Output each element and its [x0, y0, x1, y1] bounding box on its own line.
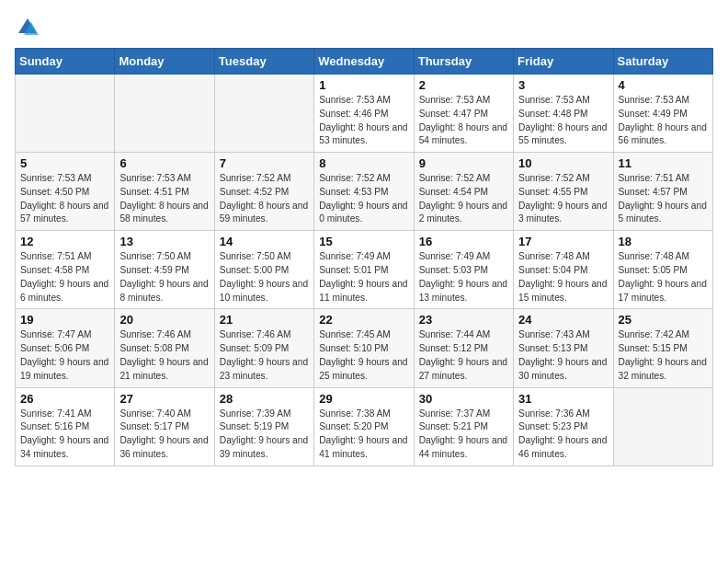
day-info: Sunrise: 7:52 AM Sunset: 4:55 PM Dayligh… [518, 172, 608, 226]
day-number: 13 [119, 235, 209, 248]
calendar-cell: 29Sunrise: 7:38 AM Sunset: 5:20 PM Dayli… [314, 387, 414, 465]
day-info: Sunrise: 7:51 AM Sunset: 4:58 PM Dayligh… [20, 250, 109, 304]
day-info: Sunrise: 7:52 AM Sunset: 4:53 PM Dayligh… [319, 172, 408, 226]
day-number: 20 [119, 313, 209, 327]
calendar-cell: 6Sunrise: 7:53 AM Sunset: 4:51 PM Daylig… [115, 153, 214, 231]
day-info: Sunrise: 7:43 AM Sunset: 5:13 PM Dayligh… [518, 328, 608, 383]
weekday-header-tuesday: Tuesday [214, 49, 313, 75]
day-info: Sunrise: 7:45 AM Sunset: 5:10 PM Dayligh… [319, 328, 408, 383]
day-info: Sunrise: 7:48 AM Sunset: 5:05 PM Dayligh… [619, 250, 708, 304]
day-info: Sunrise: 7:46 AM Sunset: 5:09 PM Dayligh… [220, 328, 309, 383]
calendar-cell: 8Sunrise: 7:52 AM Sunset: 4:53 PM Daylig… [314, 153, 414, 231]
calendar-cell: 1Sunrise: 7:53 AM Sunset: 4:46 PM Daylig… [314, 75, 414, 153]
day-info: Sunrise: 7:39 AM Sunset: 5:19 PM Dayligh… [220, 408, 309, 462]
day-info: Sunrise: 7:53 AM Sunset: 4:46 PM Dayligh… [319, 94, 408, 148]
calendar-cell: 23Sunrise: 7:44 AM Sunset: 5:12 PM Dayli… [414, 309, 513, 387]
day-info: Sunrise: 7:42 AM Sunset: 5:15 PM Dayligh… [619, 328, 708, 383]
day-number: 12 [20, 235, 109, 248]
calendar-cell: 17Sunrise: 7:48 AM Sunset: 5:04 PM Dayli… [514, 231, 613, 309]
calendar-cell: 4Sunrise: 7:53 AM Sunset: 4:49 PM Daylig… [613, 75, 712, 153]
logo-icon [15, 15, 40, 40]
calendar-cell [613, 387, 712, 465]
day-number: 11 [619, 156, 708, 170]
day-info: Sunrise: 7:50 AM Sunset: 4:59 PM Dayligh… [119, 250, 209, 304]
calendar-cell: 12Sunrise: 7:51 AM Sunset: 4:58 PM Dayli… [16, 231, 115, 309]
day-number: 26 [20, 392, 109, 406]
calendar-cell: 2Sunrise: 7:53 AM Sunset: 4:47 PM Daylig… [414, 75, 513, 153]
day-number: 27 [119, 392, 209, 406]
calendar-cell: 3Sunrise: 7:53 AM Sunset: 4:48 PM Daylig… [514, 75, 613, 153]
day-number: 2 [419, 78, 508, 92]
day-number: 19 [20, 313, 109, 327]
day-number: 14 [220, 235, 309, 248]
day-number: 22 [319, 313, 408, 327]
calendar-cell: 19Sunrise: 7:47 AM Sunset: 5:06 PM Dayli… [16, 309, 115, 387]
day-info: Sunrise: 7:53 AM Sunset: 4:49 PM Dayligh… [619, 94, 708, 148]
day-info: Sunrise: 7:49 AM Sunset: 5:01 PM Dayligh… [319, 250, 408, 304]
calendar-cell: 14Sunrise: 7:50 AM Sunset: 5:00 PM Dayli… [214, 231, 313, 309]
calendar-cell: 28Sunrise: 7:39 AM Sunset: 5:19 PM Dayli… [214, 387, 313, 465]
day-info: Sunrise: 7:53 AM Sunset: 4:47 PM Dayligh… [419, 94, 508, 148]
day-number: 10 [518, 156, 608, 170]
calendar-cell: 26Sunrise: 7:41 AM Sunset: 5:16 PM Dayli… [16, 387, 115, 465]
day-number: 7 [220, 156, 309, 170]
page-header [15, 15, 713, 40]
day-info: Sunrise: 7:46 AM Sunset: 5:08 PM Dayligh… [119, 328, 209, 383]
day-number: 28 [220, 392, 309, 406]
calendar-cell: 21Sunrise: 7:46 AM Sunset: 5:09 PM Dayli… [214, 309, 313, 387]
day-info: Sunrise: 7:53 AM Sunset: 4:51 PM Dayligh… [119, 172, 209, 226]
calendar-cell: 31Sunrise: 7:36 AM Sunset: 5:23 PM Dayli… [514, 387, 613, 465]
day-number: 15 [319, 235, 408, 248]
calendar-cell: 16Sunrise: 7:49 AM Sunset: 5:03 PM Dayli… [414, 231, 513, 309]
calendar-week-row: 5Sunrise: 7:53 AM Sunset: 4:50 PM Daylig… [16, 153, 713, 231]
day-number: 31 [518, 392, 608, 406]
day-number: 23 [419, 313, 508, 327]
calendar-cell: 27Sunrise: 7:40 AM Sunset: 5:17 PM Dayli… [115, 387, 214, 465]
day-info: Sunrise: 7:50 AM Sunset: 5:00 PM Dayligh… [220, 250, 309, 304]
calendar-cell: 18Sunrise: 7:48 AM Sunset: 5:05 PM Dayli… [613, 231, 712, 309]
day-number: 24 [518, 313, 608, 327]
calendar-cell: 5Sunrise: 7:53 AM Sunset: 4:50 PM Daylig… [16, 153, 115, 231]
calendar-week-row: 19Sunrise: 7:47 AM Sunset: 5:06 PM Dayli… [16, 309, 713, 387]
calendar-cell: 15Sunrise: 7:49 AM Sunset: 5:01 PM Dayli… [314, 231, 414, 309]
day-number: 17 [518, 235, 608, 248]
day-info: Sunrise: 7:49 AM Sunset: 5:03 PM Dayligh… [419, 250, 508, 304]
day-number: 30 [419, 392, 508, 406]
calendar-cell: 10Sunrise: 7:52 AM Sunset: 4:55 PM Dayli… [514, 153, 613, 231]
day-info: Sunrise: 7:48 AM Sunset: 5:04 PM Dayligh… [518, 250, 608, 304]
day-number: 4 [619, 78, 708, 92]
day-info: Sunrise: 7:53 AM Sunset: 4:48 PM Dayligh… [518, 94, 608, 148]
day-number: 5 [20, 156, 109, 170]
calendar-cell: 7Sunrise: 7:52 AM Sunset: 4:52 PM Daylig… [214, 153, 313, 231]
day-info: Sunrise: 7:47 AM Sunset: 5:06 PM Dayligh… [20, 328, 109, 383]
calendar-week-row: 26Sunrise: 7:41 AM Sunset: 5:16 PM Dayli… [16, 387, 713, 465]
calendar-cell: 11Sunrise: 7:51 AM Sunset: 4:57 PM Dayli… [613, 153, 712, 231]
calendar-cell: 20Sunrise: 7:46 AM Sunset: 5:08 PM Dayli… [115, 309, 214, 387]
day-info: Sunrise: 7:40 AM Sunset: 5:17 PM Dayligh… [119, 408, 209, 462]
calendar-week-row: 1Sunrise: 7:53 AM Sunset: 4:46 PM Daylig… [16, 75, 713, 153]
day-info: Sunrise: 7:41 AM Sunset: 5:16 PM Dayligh… [20, 408, 109, 462]
calendar-cell [115, 75, 214, 153]
day-info: Sunrise: 7:52 AM Sunset: 4:54 PM Dayligh… [419, 172, 508, 226]
weekday-header-row: SundayMondayTuesdayWednesdayThursdayFrid… [16, 49, 713, 75]
calendar-cell: 9Sunrise: 7:52 AM Sunset: 4:54 PM Daylig… [414, 153, 513, 231]
day-number: 3 [518, 78, 608, 92]
day-number: 9 [419, 156, 508, 170]
day-number: 1 [319, 78, 408, 92]
weekday-header-sunday: Sunday [16, 49, 115, 75]
weekday-header-thursday: Thursday [414, 49, 513, 75]
day-number: 6 [119, 156, 209, 170]
day-info: Sunrise: 7:51 AM Sunset: 4:57 PM Dayligh… [619, 172, 708, 226]
weekday-header-wednesday: Wednesday [314, 49, 414, 75]
calendar-table: SundayMondayTuesdayWednesdayThursdayFrid… [15, 48, 713, 466]
day-info: Sunrise: 7:44 AM Sunset: 5:12 PM Dayligh… [419, 328, 508, 383]
weekday-header-monday: Monday [115, 49, 214, 75]
calendar-cell: 13Sunrise: 7:50 AM Sunset: 4:59 PM Dayli… [115, 231, 214, 309]
day-number: 29 [319, 392, 408, 406]
day-number: 8 [319, 156, 408, 170]
calendar-cell [16, 75, 115, 153]
calendar-cell: 22Sunrise: 7:45 AM Sunset: 5:10 PM Dayli… [314, 309, 414, 387]
day-number: 25 [619, 313, 708, 327]
calendar-cell: 24Sunrise: 7:43 AM Sunset: 5:13 PM Dayli… [514, 309, 613, 387]
calendar-cell: 30Sunrise: 7:37 AM Sunset: 5:21 PM Dayli… [414, 387, 513, 465]
